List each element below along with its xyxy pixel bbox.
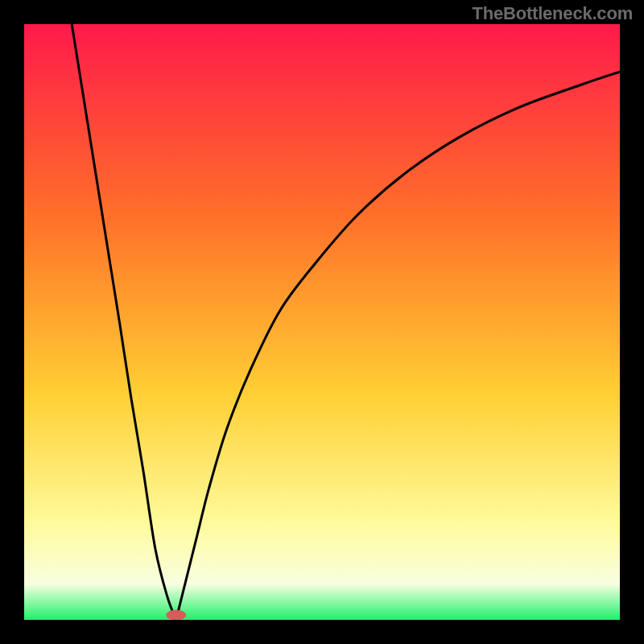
marker-dot [167, 610, 186, 620]
chart-frame: TheBottleneck.com [0, 0, 644, 644]
gradient-background [24, 24, 620, 620]
chart-svg [24, 24, 620, 620]
watermark-text: TheBottleneck.com [472, 3, 633, 24]
plot-area [24, 24, 620, 620]
